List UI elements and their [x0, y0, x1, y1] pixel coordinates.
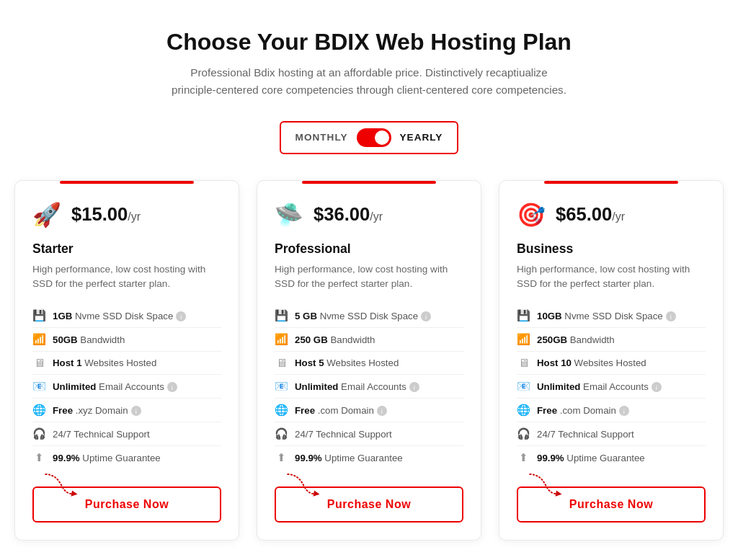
feature-text: 50GB Bandwidth — [53, 334, 125, 345]
feature-text: Free .xyz Domaini — [53, 405, 141, 417]
feature-text: Free .com Domaini — [295, 405, 387, 417]
info-icon: i — [666, 311, 676, 321]
plan-icon: 🛸 — [275, 201, 303, 228]
monthly-label: MONTHLY — [295, 132, 348, 143]
plans-grid: 🚀 $15.00/yr Starter High performance, lo… — [14, 180, 724, 541]
feature-icon: 🖥 — [275, 357, 288, 369]
plan-icon: 🎯 — [517, 201, 546, 228]
info-icon: i — [377, 406, 387, 416]
feature-item: 🎧 24/7 Technical Support — [32, 422, 221, 446]
feature-bold: 250GB — [537, 334, 567, 345]
feature-bold: Free — [295, 405, 315, 416]
page-wrapper: Choose Your BDIX Web Hosting Plan Profes… — [14, 29, 724, 541]
feature-item: 🌐 Free .com Domaini — [275, 399, 463, 422]
info-icon: i — [421, 311, 431, 321]
feature-text: Unlimited Email Accountsi — [53, 381, 177, 393]
plan-name: Starter — [32, 241, 221, 257]
page-title: Choose Your BDIX Web Hosting Plan — [14, 29, 724, 55]
feature-item: 🖥 Host 10 Websites Hosted — [517, 352, 706, 375]
feature-text: Unlimited Email Accountsi — [537, 381, 662, 393]
arrow-decoration — [40, 471, 83, 499]
purchase-btn-wrapper: Purchase Now — [517, 486, 706, 523]
plan-description: High performance, low cost hosting with … — [32, 262, 221, 292]
feature-item: 🌐 Free .xyz Domaini — [32, 399, 221, 422]
plan-card-business: 🎯 $65.00/yr Business High performance, l… — [499, 180, 724, 541]
plan-period: /yr — [612, 210, 625, 223]
plan-period: /yr — [128, 210, 141, 223]
plan-price: $36.00/yr — [314, 204, 383, 225]
feature-bold: 99.9% — [53, 453, 80, 463]
feature-bold: 99.9% — [295, 453, 322, 463]
feature-item: ⬆ 99.9% Uptime Guarantee — [275, 446, 463, 469]
feature-bold: 50GB — [53, 334, 78, 345]
feature-item: 📶 250 GB Bandwidth — [275, 328, 463, 352]
feature-item: 📧 Unlimited Email Accountsi — [517, 375, 706, 399]
billing-toggle-wrapper[interactable]: MONTHLY YEARLY — [280, 121, 459, 154]
feature-bold: Host 1 — [53, 357, 82, 368]
feature-icon: ⬆ — [517, 451, 530, 464]
feature-item: ⬆ 99.9% Uptime Guarantee — [32, 446, 221, 469]
feature-icon: 🎧 — [517, 427, 530, 440]
feature-item: 💾 5 GB Nvme SSD Disk Spacei — [275, 304, 463, 328]
feature-bold: Unlimited — [295, 381, 338, 392]
feature-icon: 📧 — [517, 380, 530, 393]
feature-item: 🖥 Host 5 Websites Hosted — [275, 352, 463, 375]
feature-icon: 🌐 — [275, 404, 288, 417]
feature-item: ⬆ 99.9% Uptime Guarantee — [517, 446, 706, 469]
toggle-switch[interactable] — [357, 128, 391, 147]
feature-item: 📶 250GB Bandwidth — [517, 328, 706, 352]
feature-text: 250GB Bandwidth — [537, 334, 615, 345]
purchase-btn-wrapper: Purchase Now — [32, 486, 221, 523]
feature-bold: Unlimited — [53, 381, 96, 392]
yearly-label: YEARLY — [400, 132, 443, 143]
info-icon: i — [176, 311, 186, 321]
feature-text: 1GB Nvme SSD Disk Spacei — [53, 311, 186, 322]
feature-item: 🌐 Free .com Domaini — [517, 399, 706, 422]
feature-text: 10GB Nvme SSD Disk Spacei — [537, 311, 676, 322]
plan-description: High performance, low cost hosting with … — [275, 262, 463, 292]
feature-bold: Host 10 — [537, 357, 572, 368]
feature-text: 99.9% Uptime Guarantee — [53, 453, 161, 463]
svg-marker-0 — [71, 491, 78, 497]
feature-item: 📧 Unlimited Email Accountsi — [275, 375, 463, 399]
feature-bold: Unlimited — [537, 381, 580, 392]
plan-price: $15.00/yr — [71, 204, 141, 225]
feature-text: Host 5 Websites Hosted — [295, 357, 399, 368]
plan-description: High performance, low cost hosting with … — [517, 262, 706, 292]
feature-icon: 📧 — [275, 380, 288, 393]
feature-text: 250 GB Bandwidth — [295, 334, 375, 345]
feature-icon: 🎧 — [275, 427, 288, 440]
feature-bold: Free — [537, 405, 557, 416]
feature-text: 99.9% Uptime Guarantee — [295, 453, 403, 463]
feature-text: Host 1 Websites Hosted — [53, 357, 156, 368]
feature-text: Host 10 Websites Hosted — [537, 357, 646, 368]
feature-item: 🖥 Host 1 Websites Hosted — [32, 352, 221, 375]
plan-card-starter: 🚀 $15.00/yr Starter High performance, lo… — [14, 180, 239, 541]
feature-icon: ⬆ — [275, 451, 288, 464]
feature-bold: 250 GB — [295, 334, 328, 345]
plan-header: 🛸 $36.00/yr — [275, 201, 463, 228]
feature-bold: 1GB — [53, 311, 72, 321]
feature-item: 🎧 24/7 Technical Support — [275, 422, 463, 446]
features-list: 💾 1GB Nvme SSD Disk Spacei 📶 50GB Bandwi… — [32, 304, 221, 469]
arrow-decoration — [524, 471, 567, 499]
page-subtitle: Professional Bdix hosting at an affordab… — [167, 64, 571, 99]
feature-bold: Host 5 — [295, 357, 324, 368]
feature-item: 📧 Unlimited Email Accountsi — [32, 375, 221, 399]
feature-text: 24/7 Technical Support — [53, 429, 150, 440]
arrow-decoration — [282, 471, 325, 499]
info-icon: i — [619, 406, 629, 416]
features-list: 💾 5 GB Nvme SSD Disk Spacei 📶 250 GB Ban… — [275, 304, 463, 469]
svg-marker-2 — [556, 491, 562, 497]
info-icon: i — [409, 382, 419, 392]
features-list: 💾 10GB Nvme SSD Disk Spacei 📶 250GB Band… — [517, 304, 706, 469]
purchase-btn-wrapper: Purchase Now — [275, 486, 463, 523]
toggle-thumb — [375, 130, 389, 145]
info-icon: i — [167, 382, 177, 392]
svg-marker-1 — [314, 491, 320, 497]
plan-icon: 🚀 — [32, 201, 61, 228]
feature-item: 💾 10GB Nvme SSD Disk Spacei — [517, 304, 706, 328]
feature-item: 💾 1GB Nvme SSD Disk Spacei — [32, 304, 221, 328]
feature-icon: 📶 — [32, 333, 45, 346]
feature-text: 99.9% Uptime Guarantee — [537, 453, 645, 463]
